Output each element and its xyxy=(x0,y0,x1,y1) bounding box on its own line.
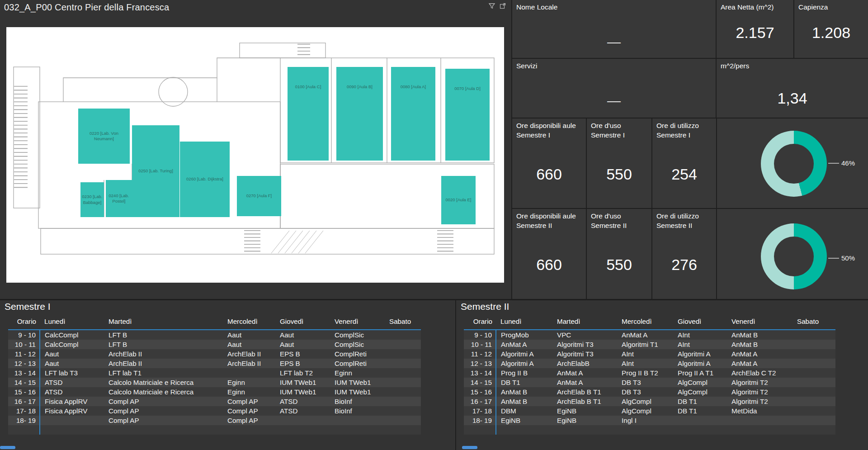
schedule-cell[interactable]: LFT B xyxy=(104,340,223,349)
schedule-cell[interactable]: BioInf xyxy=(330,397,385,406)
horizontal-scrollbar-thumb[interactable] xyxy=(0,446,15,449)
schedule-cell[interactable]: Compl AP xyxy=(223,406,275,416)
schedule-cell[interactable]: AnMat B xyxy=(496,387,552,397)
schedule-cell[interactable]: EgiNB xyxy=(552,416,617,425)
schedule-cell[interactable]: AnMat A xyxy=(727,349,793,359)
schedule-cell[interactable] xyxy=(793,368,835,378)
schedule-cell[interactable]: AnMat B xyxy=(496,397,552,406)
schedule-cell[interactable]: DB T1 xyxy=(673,397,727,406)
schedule-cell[interactable] xyxy=(793,397,835,406)
schedule-cell[interactable]: Algoritmi A xyxy=(496,349,552,359)
schedule-cell[interactable]: AlgCompl xyxy=(617,397,673,406)
schedule-cell[interactable] xyxy=(385,368,421,378)
schedule-cell[interactable]: LFT lab T1 xyxy=(104,368,223,378)
schedule-cell[interactable]: 11 - 12 xyxy=(8,349,40,359)
room[interactable]: 0080 [Aula A] xyxy=(391,67,435,161)
schedule-cell[interactable] xyxy=(793,359,835,368)
schedule-cell[interactable]: 18- 19 xyxy=(464,416,496,425)
schedule-cell[interactable]: 13 - 14 xyxy=(464,368,496,378)
schedule-cell[interactable]: ArchElabB xyxy=(552,359,617,368)
schedule-cell[interactable]: Algoritmi A xyxy=(673,349,727,359)
schedule-cell[interactable]: 12 - 13 xyxy=(464,359,496,368)
schedule-cell[interactable]: ATSD xyxy=(275,397,330,406)
schedule-cell[interactable] xyxy=(385,425,421,435)
schedule-cell[interactable]: IUM TWeb1 xyxy=(275,387,330,397)
schedule-cell[interactable]: Fisica ApplRV xyxy=(40,397,104,406)
schedule-cell[interactable] xyxy=(385,340,421,349)
schedule-cell[interactable] xyxy=(793,378,835,387)
schedule-cell[interactable]: Aaut xyxy=(275,340,330,349)
schedule-cell[interactable]: DB T3 xyxy=(617,378,673,387)
schedule-cell[interactable]: Algoritmi T3 xyxy=(552,340,617,349)
schedule-cell[interactable]: ComplReti xyxy=(330,359,385,368)
donut-chart-sem2[interactable] xyxy=(761,223,827,289)
schedule-cell[interactable]: IUM TWeb1 xyxy=(330,387,385,397)
horizontal-scrollbar-thumb[interactable] xyxy=(462,446,477,449)
schedule-cell[interactable]: 10 - 11 xyxy=(464,340,496,349)
schedule-cell[interactable]: LFT B xyxy=(104,330,223,340)
schedule-cell[interactable]: AnMat A xyxy=(727,359,793,368)
schedule-cell[interactable]: AnMat A xyxy=(552,368,617,378)
schedule-cell[interactable] xyxy=(40,425,104,435)
schedule-cell[interactable]: Aaut xyxy=(40,349,104,359)
donut-chart-sem1[interactable] xyxy=(761,131,827,197)
schedule-cell[interactable]: DB T1 xyxy=(496,378,552,387)
schedule-cell[interactable]: DBM xyxy=(496,406,552,416)
schedule-cell[interactable]: ComplSic xyxy=(330,330,385,340)
schedule-cell[interactable] xyxy=(385,378,421,387)
schedule-cell[interactable]: Algoritmi A xyxy=(673,359,727,368)
schedule-cell[interactable] xyxy=(330,425,385,435)
schedule-cell[interactable]: AlgCompl xyxy=(673,378,727,387)
schedule-cell[interactable]: 17- 18 xyxy=(8,406,40,416)
schedule-cell[interactable] xyxy=(617,425,673,435)
schedule-cell[interactable]: Aaut xyxy=(275,330,330,340)
schedule-cell[interactable]: Eginn xyxy=(223,387,275,397)
schedule-cell[interactable]: EgiNB xyxy=(496,416,552,425)
schedule-cell[interactable]: ProgMob xyxy=(496,330,552,340)
room[interactable]: 0250 [Lab. Turing] xyxy=(132,125,179,217)
room[interactable]: 0020 [Aula E] xyxy=(441,176,476,224)
room[interactable]: 0240 [Lab. Postel] xyxy=(106,180,132,217)
schedule-cell[interactable]: AnMat A xyxy=(496,340,552,349)
schedule-cell[interactable]: AInt xyxy=(673,340,727,349)
room[interactable]: 0260 [Lab. Dijkstra] xyxy=(180,142,230,217)
schedule-cell[interactable]: ArchElab II xyxy=(104,349,223,359)
schedule-cell[interactable]: ComplSic xyxy=(330,340,385,349)
schedule-cell[interactable]: 16 - 17 xyxy=(8,397,40,406)
schedule-cell[interactable]: AlgCompl xyxy=(617,406,673,416)
schedule-cell[interactable] xyxy=(104,425,223,435)
schedule-cell[interactable]: DB T3 xyxy=(617,387,673,397)
schedule-cell[interactable]: AInt xyxy=(673,330,727,340)
schedule-cell[interactable]: ComplReti xyxy=(330,349,385,359)
room[interactable]: 0230 [Lab. Babbage] xyxy=(80,182,104,217)
schedule-cell[interactable]: 17- 18 xyxy=(464,406,496,416)
schedule-cell[interactable]: Ingl I xyxy=(617,416,673,425)
schedule-cell[interactable]: 11 - 12 xyxy=(464,349,496,359)
schedule-cell[interactable]: AnMat A xyxy=(552,378,617,387)
schedule-cell[interactable]: 16 - 17 xyxy=(464,397,496,406)
schedule-cell[interactable] xyxy=(385,416,421,425)
schedule-cell[interactable] xyxy=(793,349,835,359)
schedule-cell[interactable]: ArchElab II xyxy=(223,349,275,359)
schedule-cell[interactable] xyxy=(385,330,421,340)
schedule-cell[interactable]: 13 - 14 xyxy=(8,368,40,378)
schedule-cell[interactable]: AnMat B xyxy=(727,340,793,349)
schedule-cell[interactable] xyxy=(793,387,835,397)
schedule-cell[interactable]: Prog II A T1 xyxy=(673,368,727,378)
room[interactable]: 0270 [Aula F] xyxy=(237,176,281,216)
schedule-cell[interactable]: AlgCompl xyxy=(673,387,727,397)
schedule-cell[interactable] xyxy=(552,425,617,435)
schedule-cell[interactable]: VPC xyxy=(552,330,617,340)
schedule-cell[interactable]: Algoritmi T2 xyxy=(727,378,793,387)
room[interactable]: 0070 [Aula D] xyxy=(445,69,490,161)
schedule-cell[interactable] xyxy=(8,425,40,435)
schedule-cell[interactable] xyxy=(793,340,835,349)
schedule-cell[interactable]: LFT lab T3 xyxy=(40,368,104,378)
schedule-cell[interactable]: ArchElab B T1 xyxy=(552,387,617,397)
schedule-cell[interactable] xyxy=(330,416,385,425)
schedule-cell[interactable]: Compl AP xyxy=(223,397,275,406)
schedule-cell[interactable]: Prog II B xyxy=(496,368,552,378)
schedule-cell[interactable] xyxy=(793,425,835,435)
room[interactable]: 0090 [Aula B] xyxy=(336,67,383,161)
schedule-cell[interactable]: AnMat B xyxy=(727,330,793,340)
